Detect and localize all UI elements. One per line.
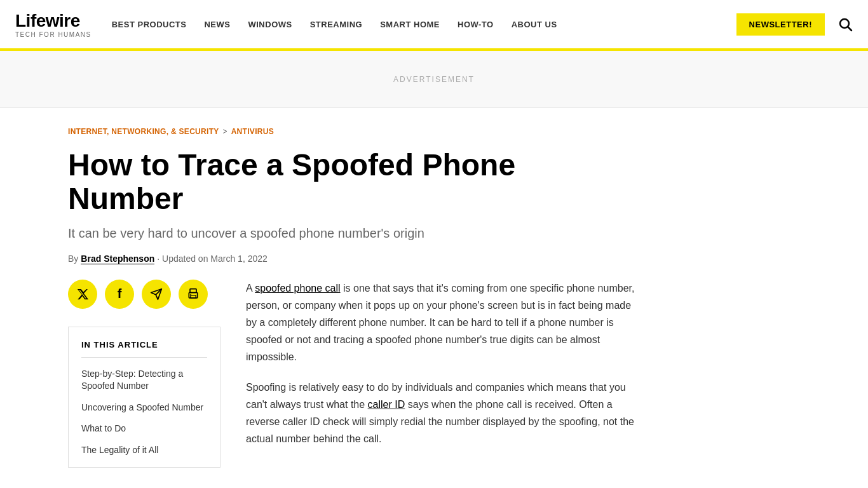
toc-item-1[interactable]: Uncovering a Spoofed Number — [81, 402, 207, 414]
logo-text: Lifewire — [15, 11, 92, 31]
newsletter-button[interactable]: NEWSLETTER! — [736, 13, 825, 36]
article-meta: By Brad Stephenson · Updated on March 1,… — [68, 254, 800, 264]
toc-title: IN THIS ARTICLE — [81, 340, 207, 358]
logo-tagline: TECH FOR HUMANS — [15, 31, 92, 38]
article-left-column: f I — [68, 280, 220, 468]
breadcrumb-current-link[interactable]: ANTIVIRUS — [231, 127, 274, 136]
nav-item-about-us[interactable]: ABOUT US — [512, 20, 557, 29]
print-button[interactable] — [179, 280, 208, 309]
twitter-icon — [76, 288, 89, 301]
nav-item-smart-home[interactable]: SMART HOME — [380, 20, 440, 29]
breadcrumb-parent-link[interactable]: INTERNET, NETWORKING, & SECURITY — [68, 127, 219, 136]
author-label: By — [68, 254, 78, 264]
updated-label: · Updated on March 1, 2022 — [157, 254, 268, 264]
toc-item-3[interactable]: The Legality of it All — [81, 444, 207, 457]
nav-item-streaming[interactable]: STREAMING — [310, 20, 363, 29]
advertisement-area: Advertisement — [0, 51, 868, 108]
body-paragraph-2: Spoofing is relatively easy to do by ind… — [246, 379, 640, 448]
nav-item-windows[interactable]: WINDOWS — [248, 20, 292, 29]
telegram-icon — [150, 288, 163, 301]
toc-item-0[interactable]: Step-by-Step: Detecting a Spoofed Number — [81, 368, 207, 393]
search-button[interactable] — [837, 17, 853, 32]
telegram-share-button[interactable] — [142, 280, 171, 309]
main-nav: BEST PRODUCTSNEWSWINDOWSSTREAMINGSMART H… — [112, 20, 736, 29]
print-icon — [187, 288, 200, 301]
main-content: INTERNET, NETWORKING, & SECURITY > ANTIV… — [53, 108, 815, 488]
site-header: Lifewire TECH FOR HUMANS BEST PRODUCTSNE… — [0, 0, 868, 51]
breadcrumb: INTERNET, NETWORKING, & SECURITY > ANTIV… — [68, 127, 800, 136]
svg-point-5 — [190, 294, 191, 295]
body-paragraph-1: A spoofed phone call is one that says th… — [246, 280, 640, 366]
twitter-share-button[interactable] — [68, 280, 97, 309]
site-logo[interactable]: Lifewire TECH FOR HUMANS — [15, 11, 92, 38]
breadcrumb-separator: > — [223, 127, 227, 136]
article-layout: f I — [68, 280, 800, 468]
article-subtitle: It can be very hard to uncover a spoofed… — [68, 226, 526, 241]
toc-item-2[interactable]: What to Do — [81, 423, 207, 435]
caller-id-link[interactable]: caller ID — [368, 399, 405, 410]
svg-rect-4 — [191, 295, 196, 297]
in-this-article-box: IN THIS ARTICLE Step-by-Step: Detecting … — [68, 327, 220, 468]
nav-item-news[interactable]: NEWS — [204, 20, 230, 29]
article-body: A spoofed phone call is one that says th… — [246, 280, 640, 461]
facebook-share-button[interactable]: f — [105, 280, 134, 309]
ad-label: Advertisement — [393, 75, 475, 84]
facebook-icon: f — [118, 287, 122, 301]
search-icon — [837, 17, 853, 32]
nav-item-how-to[interactable]: HOW-TO — [458, 20, 494, 29]
svg-rect-2 — [190, 288, 196, 292]
article-title: How to Trace a Spoofed Phone Number — [68, 149, 526, 216]
spoofed-phone-call-link[interactable]: spoofed phone call — [255, 283, 340, 294]
nav-item-best-products[interactable]: BEST PRODUCTS — [112, 20, 187, 29]
svg-line-1 — [848, 27, 852, 31]
social-icons: f — [68, 280, 220, 309]
toc-items: Step-by-Step: Detecting a Spoofed Number… — [81, 368, 207, 457]
author-link[interactable]: Brad Stephenson — [81, 254, 154, 264]
